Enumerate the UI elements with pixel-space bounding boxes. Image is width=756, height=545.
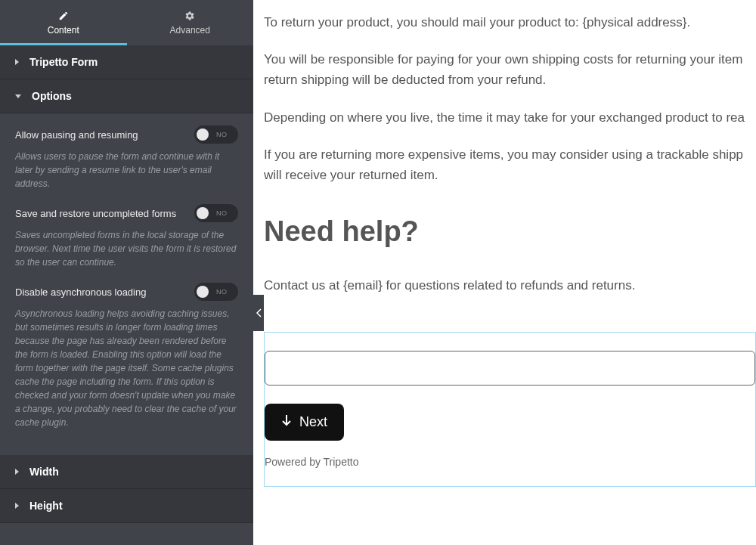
tab-advanced-label: Advanced xyxy=(170,25,210,36)
arrow-down-icon xyxy=(281,414,292,430)
toggle-state-label: NO xyxy=(216,288,228,296)
settings-sidebar: Content Advanced Tripetto Form Options A… xyxy=(0,0,253,545)
page-heading: Need help? xyxy=(264,215,756,248)
section-height-label: Height xyxy=(29,500,63,512)
caret-right-icon xyxy=(15,503,19,509)
powered-by-label: Powered by Tripetto xyxy=(265,456,755,468)
toggle-saverestore[interactable]: NO xyxy=(194,204,238,222)
caret-right-icon xyxy=(15,59,19,65)
option-saverestore-row: Save and restore uncompleted forms NO xyxy=(15,204,238,222)
paragraph: Contact us at {email} for questions rela… xyxy=(264,275,756,296)
tab-content-label: Content xyxy=(48,25,79,36)
paragraph: You will be responsible for paying for y… xyxy=(264,49,756,90)
paragraph: To return your product, you should mail … xyxy=(264,12,756,33)
section-tripetto-label: Tripetto Form xyxy=(29,56,98,68)
section-tripetto-form[interactable]: Tripetto Form xyxy=(0,45,253,79)
section-height[interactable]: Height xyxy=(0,489,253,523)
form-text-input[interactable] xyxy=(265,351,755,386)
toggle-knob xyxy=(197,286,209,298)
options-body: Allow pausing and resuming NO Allows use… xyxy=(0,113,253,455)
next-button[interactable]: Next xyxy=(265,404,344,441)
section-width-label: Width xyxy=(29,466,59,478)
option-pausing-row: Allow pausing and resuming NO xyxy=(15,125,238,144)
paragraph: If you are returning more expensive item… xyxy=(264,144,756,185)
option-pausing-label: Allow pausing and resuming xyxy=(15,129,138,141)
toggle-knob xyxy=(197,207,209,219)
option-saverestore-desc: Saves uncompleted forms in the local sto… xyxy=(15,228,238,269)
next-button-label: Next xyxy=(299,414,327,430)
paragraph: Depending on where you live, the time it… xyxy=(264,107,756,128)
toggle-disableasync[interactable]: NO xyxy=(194,283,238,301)
tab-content[interactable]: Content xyxy=(0,0,127,45)
toggle-knob xyxy=(197,129,209,141)
pencil-icon xyxy=(57,10,70,22)
caret-down-icon xyxy=(15,94,21,98)
option-saverestore-label: Save and restore uncompleted forms xyxy=(15,208,176,219)
chevron-left-icon xyxy=(256,308,262,317)
page-preview: To return your product, you should mail … xyxy=(253,0,756,545)
option-disableasync-label: Disable asynchronous loading xyxy=(15,286,146,298)
tabs-row: Content Advanced xyxy=(0,0,253,45)
option-disableasync-desc: Asynchronous loading helps avoiding cach… xyxy=(15,307,238,429)
gear-icon xyxy=(184,10,196,22)
form-container: Next Powered by Tripetto xyxy=(264,332,756,487)
tab-advanced[interactable]: Advanced xyxy=(127,0,254,45)
toggle-pausing[interactable]: NO xyxy=(194,125,238,144)
section-width[interactable]: Width xyxy=(0,455,253,489)
section-options-label: Options xyxy=(32,90,72,102)
caret-right-icon xyxy=(15,469,19,475)
toggle-state-label: NO xyxy=(216,209,228,217)
toggle-state-label: NO xyxy=(216,131,228,138)
option-pausing-desc: Allows users to pause the form and conti… xyxy=(15,150,238,190)
section-options[interactable]: Options xyxy=(0,79,253,113)
collapse-sidebar-handle[interactable] xyxy=(253,295,264,331)
option-disableasync-row: Disable asynchronous loading NO xyxy=(15,283,238,301)
